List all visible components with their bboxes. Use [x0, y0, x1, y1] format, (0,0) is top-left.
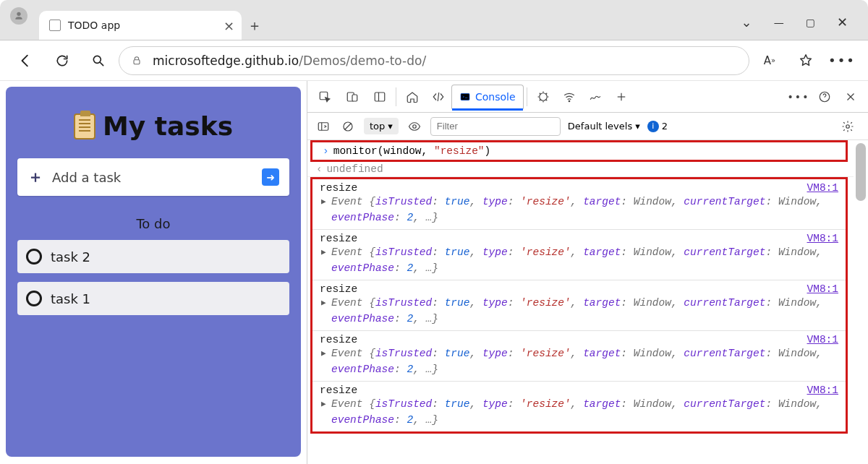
address-bar[interactable]: microsoftedge.github.io/Demos/demo-to-do… — [119, 46, 749, 75]
svg-point-8 — [539, 93, 547, 100]
tab-actions-button[interactable]: ⌄ — [741, 14, 752, 30]
console-return-value: ‹ undefined — [307, 162, 854, 177]
context-selector[interactable]: top ▾ — [364, 118, 399, 134]
window-maximize-button[interactable]: ▢ — [806, 17, 815, 28]
log-source-link[interactable]: VM8:1 — [807, 233, 838, 244]
task-checkbox[interactable] — [26, 291, 42, 306]
back-button[interactable] — [10, 45, 42, 77]
task-item[interactable]: task 2 — [17, 240, 289, 273]
welcome-tab[interactable] — [399, 84, 425, 110]
log-object-preview[interactable]: ▶ Event {isTrusted: true, type: 'resize'… — [320, 396, 838, 429]
device-toolbar-button[interactable] — [339, 84, 365, 110]
performance-button[interactable] — [582, 84, 608, 110]
task-item[interactable]: task 1 — [17, 282, 289, 315]
clear-console-button[interactable] — [339, 113, 357, 139]
return-arrow-icon: ‹ — [316, 163, 322, 175]
more-tabs-button[interactable] — [608, 84, 634, 110]
log-object-preview[interactable]: ▶ Event {isTrusted: true, type: 'resize'… — [320, 194, 838, 226]
console-log-entry[interactable]: resize VM8:1 ▶ Event {isTrusted: true, t… — [312, 179, 846, 230]
log-source-link[interactable]: VM8:1 — [807, 283, 838, 295]
task-label: task 2 — [51, 249, 90, 265]
inspect-element-button[interactable] — [312, 84, 338, 110]
tab-close-icon[interactable]: × — [224, 18, 234, 33]
live-expression-button[interactable] — [406, 113, 423, 139]
log-levels-selector[interactable]: Default levels ▾ — [568, 121, 640, 132]
console-tab[interactable]: Console — [451, 85, 524, 109]
add-task-placeholder: Add a task — [52, 170, 121, 185]
profile-avatar[interactable] — [10, 7, 27, 25]
tab-title: TODO app — [68, 20, 120, 31]
log-event-name: resize — [320, 334, 357, 345]
window-minimize-button[interactable]: — — [774, 17, 784, 28]
log-object-preview[interactable]: ▶ Event {isTrusted: true, type: 'resize'… — [320, 244, 838, 277]
tab-favicon — [49, 20, 61, 31]
log-object-preview[interactable]: ▶ Event {isTrusted: true, type: 'resize'… — [320, 295, 838, 327]
panel-layout-button[interactable] — [367, 84, 393, 110]
plus-icon: ＋ — [27, 166, 43, 188]
log-source-link[interactable]: VM8:1 — [807, 384, 838, 396]
devtools-close-button[interactable] — [838, 84, 864, 110]
task-checkbox[interactable] — [26, 249, 42, 265]
issue-count: 2 — [662, 121, 668, 132]
page-content: My tasks ＋ Add a task ➜ To do task 2task… — [0, 81, 307, 464]
network-conditions-button[interactable] — [556, 84, 582, 110]
context-label: top — [370, 121, 385, 132]
window-close-button[interactable]: ✕ — [837, 14, 848, 30]
url-text: microsoftedge.github.io/Demos/demo-to-do… — [153, 53, 426, 68]
expand-icon[interactable]: ▶ — [321, 196, 326, 208]
expand-icon[interactable]: ▶ — [321, 398, 326, 411]
svg-point-19 — [413, 124, 417, 128]
console-sidebar-toggle[interactable] — [315, 113, 332, 139]
console-filter-input[interactable] — [430, 117, 561, 136]
favorite-button[interactable] — [790, 45, 822, 77]
log-levels-label: Default levels — [568, 121, 632, 132]
svg-rect-1 — [134, 59, 140, 64]
svg-rect-5 — [375, 93, 385, 101]
console-log-entry[interactable]: resize VM8:1 ▶ Event {isTrusted: true, t… — [312, 280, 846, 331]
add-task-input[interactable]: ＋ Add a task ➜ — [17, 158, 289, 196]
log-event-name: resize — [320, 283, 357, 295]
chevron-down-icon: ▾ — [635, 121, 640, 132]
expand-icon[interactable]: ▶ — [321, 297, 326, 309]
new-tab-button[interactable]: ＋ — [243, 14, 266, 37]
refresh-button[interactable] — [46, 45, 78, 77]
console-settings-button[interactable] — [835, 113, 861, 139]
prompt-icon: › — [323, 145, 329, 157]
app-heading: My tasks — [103, 111, 233, 141]
expand-icon[interactable]: ▶ — [321, 246, 326, 259]
log-event-name: resize — [320, 182, 357, 194]
issue-badge: i — [647, 121, 659, 132]
console-log-entry[interactable]: resize VM8:1 ▶ Event {isTrusted: true, t… — [312, 382, 846, 431]
log-event-name: resize — [320, 384, 357, 396]
devtools-more-button[interactable]: ••• — [786, 84, 812, 110]
expand-icon[interactable]: ▶ — [321, 348, 326, 360]
log-source-link[interactable]: VM8:1 — [807, 182, 838, 194]
clipboard-icon — [74, 113, 95, 139]
svg-point-20 — [846, 124, 850, 128]
issues-counter[interactable]: i 2 — [647, 121, 668, 132]
log-object-preview[interactable]: ▶ Event {isTrusted: true, type: 'resize'… — [320, 345, 838, 378]
console-log-entry[interactable]: resize VM8:1 ▶ Event {isTrusted: true, t… — [312, 331, 846, 382]
search-button[interactable] — [82, 45, 114, 77]
svg-rect-4 — [352, 95, 357, 101]
browser-tab[interactable]: TODO app × — [39, 11, 242, 40]
elements-tab[interactable] — [425, 84, 451, 110]
read-aloud-button[interactable]: A» — [754, 45, 786, 77]
task-label: task 1 — [51, 291, 90, 306]
log-event-name: resize — [320, 233, 357, 244]
svg-line-18 — [345, 123, 352, 129]
chevron-down-icon: ▾ — [388, 121, 393, 132]
console-log-entry[interactable]: resize VM8:1 ▶ Event {isTrusted: true, t… — [312, 230, 846, 280]
section-heading: To do — [17, 216, 289, 231]
log-source-link[interactable]: VM8:1 — [807, 334, 838, 345]
console-tab-label: Console — [475, 91, 516, 103]
devtools-help-button[interactable] — [812, 84, 838, 110]
submit-task-button[interactable]: ➜ — [262, 168, 279, 186]
more-button[interactable]: ••• — [826, 45, 858, 77]
svg-point-0 — [93, 56, 101, 63]
svg-rect-7 — [461, 93, 469, 100]
console-input-echo: › monitor(window, "resize") — [310, 140, 848, 162]
issues-button[interactable] — [530, 84, 556, 110]
console-scrollbar[interactable] — [856, 143, 866, 201]
site-info-icon[interactable] — [131, 55, 144, 66]
